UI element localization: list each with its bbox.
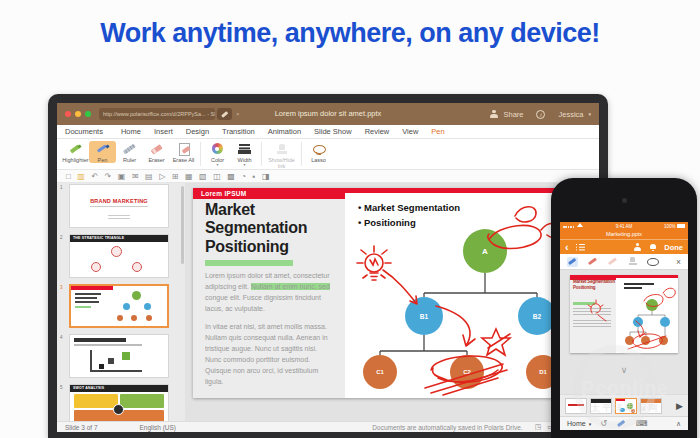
tool-eraser[interactable]: Eraser bbox=[143, 141, 170, 163]
window-minimize-button[interactable] bbox=[75, 111, 81, 117]
lasso-icon[interactable] bbox=[647, 257, 658, 267]
home-menu[interactable]: Home ▾ bbox=[567, 420, 591, 427]
slide-number: 1 bbox=[60, 185, 63, 190]
back-button[interactable]: ‹ bbox=[565, 241, 569, 254]
video-icon[interactable]: ▩ bbox=[227, 172, 235, 181]
close-icon[interactable]: × bbox=[236, 111, 240, 117]
decor-bar bbox=[616, 275, 678, 278]
slide-list-icon[interactable] bbox=[576, 243, 585, 251]
decor-axis bbox=[90, 350, 92, 371]
menu-documents[interactable]: Documents bbox=[65, 127, 103, 136]
user-menu[interactable]: Jessica bbox=[558, 110, 583, 119]
menu-design[interactable]: Design bbox=[186, 127, 209, 136]
info-icon[interactable]: i bbox=[536, 110, 545, 119]
panel-scrollbar[interactable] bbox=[181, 186, 185, 264]
chart-icon[interactable]: ◫ bbox=[213, 172, 221, 181]
slide-thumbnail-4[interactable] bbox=[69, 334, 169, 378]
undo-icon[interactable]: ↶ bbox=[91, 172, 98, 181]
decor-bar bbox=[75, 297, 97, 299]
table-icon[interactable]: ⊞ bbox=[172, 172, 179, 181]
redo-icon[interactable]: ↷ bbox=[105, 172, 112, 181]
menu-slideshow[interactable]: Slide Show bbox=[314, 127, 352, 136]
undo-icon[interactable]: ↺ bbox=[600, 419, 607, 428]
browser-titlebar: http://www.polarisoffice.com/d/2RPPySa..… bbox=[57, 103, 599, 125]
org-node bbox=[633, 317, 643, 327]
tool-erase-all[interactable]: Erase All bbox=[170, 141, 197, 163]
slide-thumbnail-1[interactable]: BRAND MARKETING bbox=[69, 184, 169, 228]
new-document-icon[interactable]: □ bbox=[66, 172, 71, 181]
image-icon[interactable]: ▦ bbox=[185, 172, 193, 181]
phone-thumb-3-selected[interactable] bbox=[615, 398, 637, 414]
keyboard-icon[interactable]: ⌨ bbox=[636, 419, 648, 428]
text-box-icon[interactable]: ▪ bbox=[253, 172, 256, 181]
tool-ruler[interactable]: Ruler bbox=[116, 141, 143, 163]
done-button[interactable]: Done bbox=[664, 243, 683, 252]
decor-node bbox=[117, 315, 123, 321]
decor-node bbox=[146, 315, 152, 321]
language-indicator[interactable]: English (US) bbox=[140, 424, 176, 431]
slide-canvas: Lorem IPSUM Market Segmentation Position… bbox=[185, 183, 599, 421]
collapse-chevron-icon[interactable]: ∨ bbox=[560, 365, 688, 375]
open-folder-icon[interactable]: ▥ bbox=[77, 172, 85, 181]
menu-review[interactable]: Review bbox=[365, 127, 390, 136]
menu-insert[interactable]: Insert bbox=[154, 127, 173, 136]
menu-animation[interactable]: Animation bbox=[268, 127, 301, 136]
pen-icon[interactable] bbox=[567, 257, 578, 267]
menu-pen-active[interactable]: Pen bbox=[431, 127, 444, 136]
share-button[interactable]: Share bbox=[503, 110, 523, 119]
email-icon[interactable]: ✉ bbox=[132, 172, 139, 181]
menu-bar: Documents Home Insert Design Transition … bbox=[57, 125, 599, 139]
save-icon[interactable]: ▣ bbox=[118, 172, 126, 181]
decor-column bbox=[570, 280, 616, 353]
org-node-b1[interactable]: B1 bbox=[405, 297, 443, 335]
decor-quadrant bbox=[120, 394, 164, 408]
pen-style-icon[interactable] bbox=[616, 419, 627, 429]
phone-thumb-4[interactable] bbox=[640, 398, 662, 414]
phone-camera bbox=[622, 198, 627, 203]
share-icon[interactable]: ▷ bbox=[159, 172, 165, 181]
bell-icon[interactable] bbox=[649, 243, 657, 252]
close-icon[interactable]: × bbox=[676, 257, 681, 267]
edit-url-button[interactable] bbox=[217, 108, 232, 120]
phone-thumb-2[interactable] bbox=[590, 398, 612, 414]
symbol-icon[interactable]: ◔ bbox=[241, 172, 246, 181]
eraser-icon[interactable] bbox=[587, 257, 598, 267]
slide-number: 5 bbox=[60, 385, 63, 390]
slide-thumbnail-3-selected[interactable] bbox=[69, 284, 169, 328]
shape-icon[interactable]: ▧ bbox=[199, 172, 207, 181]
window-zoom-button[interactable] bbox=[85, 111, 91, 117]
slide-header-band: Lorem IPSUM bbox=[193, 188, 345, 199]
print-icon[interactable]: ▤ bbox=[145, 172, 153, 181]
share-user-icon[interactable] bbox=[633, 243, 642, 252]
promo-canvas: Work anytime, anywhere, on any device! h… bbox=[0, 0, 700, 438]
chevron-up-icon[interactable]: ∧ bbox=[676, 420, 681, 428]
slide-thumbnail-2[interactable]: THE STRATEGIC TRIANGLE bbox=[69, 234, 169, 278]
menu-home[interactable]: Home bbox=[121, 127, 141, 136]
decor-circle bbox=[113, 404, 124, 415]
phone-current-slide[interactable]: Market Segmentation Positioning bbox=[570, 275, 678, 353]
menu-transition[interactable]: Transition bbox=[222, 127, 255, 136]
tool-highlighter[interactable]: Highlighter bbox=[62, 141, 89, 163]
tool-color[interactable]: Color ▾ bbox=[204, 141, 231, 167]
play-button[interactable]: ▶ bbox=[676, 401, 683, 411]
org-node-c2[interactable]: C2 bbox=[450, 355, 484, 389]
laptop-screen: http://www.polarisoffice.com/d/2RPPySa..… bbox=[57, 103, 599, 432]
share-user-icon bbox=[489, 110, 498, 119]
tool-pen-selected[interactable]: Pen bbox=[89, 141, 116, 163]
pen-ribbon: Highlighter Pen Ruler Eraser Erase All bbox=[57, 139, 599, 170]
decor-bar bbox=[573, 302, 595, 305]
phone-thumb-1[interactable] bbox=[565, 398, 587, 414]
slide-layout-icon[interactable]: ◨ bbox=[262, 172, 270, 181]
org-node-c1[interactable]: C1 bbox=[363, 355, 397, 389]
menu-view[interactable]: View bbox=[402, 127, 418, 136]
org-node-a[interactable]: A bbox=[463, 229, 507, 273]
tool-width[interactable]: Width ▾ bbox=[231, 141, 258, 167]
url-bar[interactable]: http://www.polarisoffice.com/d/2RPPySa..… bbox=[99, 108, 215, 120]
clock: 9:41 AM bbox=[560, 224, 688, 229]
window-close-button[interactable] bbox=[65, 111, 71, 117]
org-node bbox=[641, 336, 650, 345]
tool-lasso[interactable]: Lasso bbox=[305, 141, 332, 163]
erase-all-icon[interactable] bbox=[607, 257, 618, 267]
current-slide[interactable]: Lorem IPSUM Market Segmentation Position… bbox=[193, 188, 599, 398]
normal-view-icon[interactable]: ◳ bbox=[535, 423, 542, 431]
